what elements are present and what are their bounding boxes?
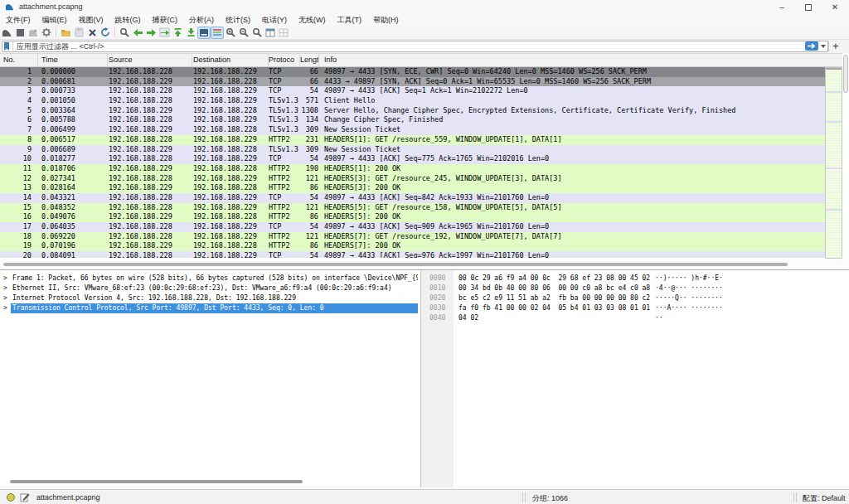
add-filter-button[interactable]: + xyxy=(832,40,839,52)
menu-item-4[interactable]: 捕获(C) xyxy=(147,14,184,26)
go-bottom-icon[interactable] xyxy=(184,27,197,39)
packet-minimap-scrollbar[interactable] xyxy=(825,67,842,259)
detail-line-0[interactable]: >Frame 1: Packet, 66 bytes on wire (528 … xyxy=(0,274,420,284)
reload-icon[interactable] xyxy=(99,27,112,39)
packet-row-17[interactable]: 170.064035192.168.188.228192.168.188.229… xyxy=(0,222,825,232)
filter-dropdown-icon[interactable] xyxy=(821,45,826,48)
hex-line-0030[interactable]: 0030fa f0 fb 41 00 00 02 04 05 b4 01 03 … xyxy=(426,303,849,313)
column-header-lengt[interactable]: Lengt xyxy=(300,54,319,66)
go-back-icon[interactable] xyxy=(131,27,144,39)
layout-icon[interactable] xyxy=(277,27,290,39)
hex-line-0010[interactable]: 001000 34 bd 0b 40 00 80 06 00 00 c0 a8 … xyxy=(426,284,849,293)
column-header-source[interactable]: Source xyxy=(108,54,192,66)
maximize-button[interactable] xyxy=(794,0,822,14)
expert-info-icon[interactable] xyxy=(7,493,15,502)
column-header-time[interactable]: Time xyxy=(38,54,108,66)
filter-placeholder: 应用显示过滤器 ... <Ctrl-/> xyxy=(17,41,104,52)
detail-line-1[interactable]: >Ethernet II, Src: VMware_68:ef:23 (00:0… xyxy=(0,284,420,293)
packet-row-12[interactable]: 120.027341192.168.188.228192.168.188.229… xyxy=(0,174,825,184)
detail-text: Internet Protocol Version 4, Src: 192.16… xyxy=(11,293,418,303)
menu-item-0[interactable]: 文件(F) xyxy=(0,14,36,26)
status-profile[interactable]: 配置: Default xyxy=(803,493,846,504)
packet-row-11[interactable]: 110.018706192.168.188.229192.168.188.228… xyxy=(0,164,825,174)
menu-item-10[interactable]: 帮助(H) xyxy=(367,14,405,26)
detail-text: Frame 1: Packet, 66 bytes on wire (528 b… xyxy=(11,274,418,284)
expand-arrow-icon[interactable]: > xyxy=(3,284,7,293)
menu-item-8[interactable]: 无线(W) xyxy=(293,14,332,26)
display-filter-input[interactable] xyxy=(2,41,828,52)
hex-dump-pane: 000000 0c 29 a6 f9 a4 00 0c 29 68 ef 23 … xyxy=(426,270,849,487)
packet-row-18[interactable]: 180.069220192.168.188.228192.168.188.229… xyxy=(0,232,825,242)
go-to-packet-icon[interactable] xyxy=(158,27,171,39)
go-forward-icon[interactable] xyxy=(144,27,158,39)
packet-row-7[interactable]: 70.006499192.168.188.229192.168.188.228T… xyxy=(0,125,825,135)
column-header-destination[interactable]: Destination xyxy=(192,54,269,66)
packet-details-pane: >Frame 1: Packet, 66 bytes on wire (528 … xyxy=(0,270,421,487)
packet-row-6[interactable]: 60.005788192.168.188.228192.168.188.229T… xyxy=(0,115,825,125)
menu-item-9[interactable]: 工具(T) xyxy=(332,14,368,26)
find-packet-icon[interactable] xyxy=(118,27,131,39)
titlebar: attachment.pcapng – ✕ xyxy=(0,0,849,14)
packet-row-1[interactable]: 10.000000192.168.188.228192.168.188.229T… xyxy=(0,67,825,77)
packet-row-15[interactable]: 150.048352192.168.188.228192.168.188.229… xyxy=(0,203,825,213)
zoom-in-icon[interactable] xyxy=(224,27,237,39)
main-toolbar xyxy=(0,26,849,40)
packet-row-19[interactable]: 190.070196192.168.188.229192.168.188.228… xyxy=(0,241,825,251)
detail-text: Ethernet II, Src: VMware_68:ef:23 (00:0c… xyxy=(11,284,418,293)
status-packet-count: 分组: 1066 xyxy=(532,493,568,504)
restart-capture-icon[interactable] xyxy=(27,27,40,39)
packet-row-10[interactable]: 100.018277192.168.188.228192.168.188.229… xyxy=(0,154,825,164)
packet-row-2[interactable]: 20.000681192.168.188.229192.168.188.228T… xyxy=(0,77,825,87)
packet-row-5[interactable]: 50.003364192.168.188.229192.168.188.228T… xyxy=(0,106,825,116)
menu-item-3[interactable]: 跳转(G) xyxy=(109,14,147,26)
expand-arrow-icon[interactable]: > xyxy=(3,293,7,303)
menu-item-6[interactable]: 统计(S) xyxy=(220,14,256,26)
resize-columns-icon[interactable] xyxy=(264,27,277,39)
expand-arrow-icon[interactable]: > xyxy=(3,303,7,313)
menu-item-5[interactable]: 分析(A) xyxy=(183,14,220,26)
menu-item-7[interactable]: 电话(Y) xyxy=(256,14,293,26)
start-capture-icon[interactable] xyxy=(0,27,13,39)
packet-list: 10.000000192.168.188.228192.168.188.229T… xyxy=(0,67,825,258)
save-file-icon[interactable] xyxy=(72,27,85,39)
detail-line-3[interactable]: >Transmission Control Protocol, Src Port… xyxy=(0,303,420,313)
zoom-out-icon[interactable] xyxy=(237,27,250,39)
packet-row-13[interactable]: 130.028164192.168.188.229192.168.188.228… xyxy=(0,183,825,193)
go-top-icon[interactable] xyxy=(171,27,184,39)
close-file-icon[interactable] xyxy=(85,27,99,39)
packet-list-vscrollbar[interactable] xyxy=(842,53,849,259)
expand-arrow-icon[interactable]: > xyxy=(3,274,7,284)
close-button[interactable]: ✕ xyxy=(821,0,849,14)
minimize-button[interactable]: – xyxy=(768,0,796,14)
hex-line-0020[interactable]: 0020bc e5 c2 e9 11 51 ab a2 fb ba 00 00 … xyxy=(426,293,849,303)
packet-row-3[interactable]: 30.000733192.168.188.228192.168.188.229T… xyxy=(0,86,825,96)
window-title: attachment.pcapng xyxy=(19,2,83,11)
packet-row-4[interactable]: 40.001050192.168.188.228192.168.188.229T… xyxy=(0,96,825,106)
capture-comment-icon[interactable] xyxy=(20,492,30,502)
filter-bar: 应用显示过滤器 ... <Ctrl-/> + xyxy=(0,40,849,53)
packet-row-14[interactable]: 140.043321192.168.188.228192.168.188.229… xyxy=(0,193,825,203)
column-header-no[interactable]: No. xyxy=(0,54,38,66)
packet-row-16[interactable]: 160.049076192.168.188.229192.168.188.228… xyxy=(0,212,825,222)
open-file-icon[interactable] xyxy=(59,27,72,39)
filter-bookmark-icon[interactable] xyxy=(2,41,11,51)
status-filename: attachment.pcapng xyxy=(36,493,100,502)
auto-scroll-icon[interactable] xyxy=(197,27,211,39)
packet-list-hscrollbar[interactable] xyxy=(0,259,849,269)
details-hscrollbar[interactable] xyxy=(0,476,421,486)
stop-capture-icon[interactable] xyxy=(13,27,27,39)
menu-item-2[interactable]: 视图(V) xyxy=(73,14,109,26)
menu-item-1[interactable]: 编辑(E) xyxy=(36,14,73,26)
capture-options-icon[interactable] xyxy=(40,27,53,39)
hex-line-0040[interactable]: 004004 02·· xyxy=(426,313,849,323)
zoom-reset-icon[interactable] xyxy=(250,27,264,39)
detail-line-2[interactable]: >Internet Protocol Version 4, Src: 192.1… xyxy=(0,293,420,303)
colorize-icon[interactable] xyxy=(211,27,224,39)
column-header-protoco[interactable]: Protoco xyxy=(269,54,300,66)
column-header-info[interactable]: Info xyxy=(319,54,849,66)
apply-filter-icon[interactable] xyxy=(805,41,818,51)
packet-row-9[interactable]: 90.006689192.168.188.229192.168.188.228T… xyxy=(0,145,825,155)
packet-row-8[interactable]: 80.006517192.168.188.228192.168.188.229H… xyxy=(0,135,825,145)
packet-row-20[interactable]: 200.084091192.168.188.228192.168.188.229… xyxy=(0,251,825,258)
hex-line-0000[interactable]: 000000 0c 29 a6 f9 a4 00 0c 29 68 ef 23 … xyxy=(426,274,849,284)
